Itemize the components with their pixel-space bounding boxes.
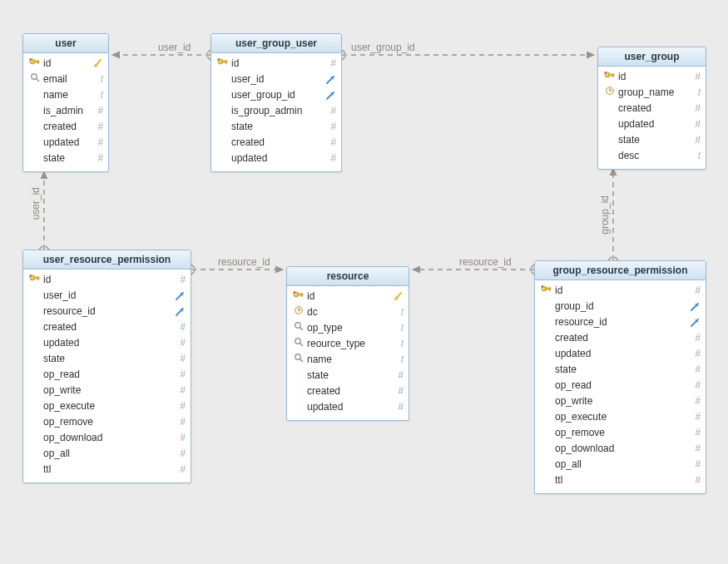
column-row[interactable]: group_id [540,299,701,314]
column-row[interactable]: updated# [292,399,404,415]
entity-columns: xid#group_nametcreated#updated#state#des… [598,67,706,169]
type-text-icon: t [92,72,103,87]
column-row[interactable]: op_all# [540,457,701,472]
type-number-icon: # [689,346,701,362]
entity-header[interactable]: user_group [598,47,706,67]
foreign-key-icon [174,306,186,317]
column-row[interactable]: group_namet [603,85,701,101]
entity-header[interactable]: group_resource_permission [535,261,706,280]
entity-header[interactable]: resource [287,267,409,286]
column-row[interactable]: reource_typet [292,336,404,352]
column-row[interactable]: created# [603,101,701,116]
entity-resource[interactable]: resource xiddctop_typetreource_typetname… [286,266,409,421]
column-row[interactable]: xid# [603,69,701,85]
column-row[interactable]: created# [28,319,186,335]
type-number-icon: # [324,103,336,119]
column-row[interactable]: xid# [28,272,186,288]
column-row[interactable]: user_id [28,288,186,304]
column-row[interactable]: op_remove# [540,425,701,441]
column-name: is_admin [42,103,92,119]
column-row[interactable]: op_execute# [28,398,186,414]
column-row[interactable]: created# [28,119,103,135]
type-text-icon: t [92,87,103,103]
column-row[interactable]: namet [28,87,103,103]
column-name: name [305,352,392,368]
column-row[interactable]: is_admin# [28,103,103,119]
entity-user-resource-permission[interactable]: user_resource_permission xid#user_idreso… [22,250,191,483]
svg-line-14 [36,78,38,81]
column-row[interactable]: state# [540,362,701,378]
type-text-icon: t [392,336,404,352]
column-row[interactable]: xid# [540,283,701,299]
column-name: state [42,351,174,367]
column-row[interactable]: created# [292,383,404,399]
type-number-icon: # [174,319,186,335]
column-row[interactable]: op_download# [540,441,701,457]
column-row[interactable]: emailt [28,72,103,87]
column-row[interactable]: op_execute# [540,409,701,425]
relationship-label: user_id [30,187,42,220]
column-row[interactable]: state# [216,119,336,135]
entity-header[interactable]: user_group_user [211,34,341,53]
column-name: created [553,330,689,346]
entity-user-group-user[interactable]: user_group_user xid#user_iduser_group_id… [210,33,342,172]
column-row[interactable]: xid [28,56,103,72]
column-row[interactable]: namet [292,352,404,368]
index-icon [294,320,304,336]
column-row[interactable]: resource_id [28,304,186,319]
column-name: updated [42,335,174,351]
column-row[interactable]: state# [292,368,404,383]
column-row[interactable]: updated# [216,151,336,166]
column-name: id [42,272,174,288]
column-row[interactable]: xid# [216,56,336,72]
column-name: op_remove [42,414,174,430]
column-name: email [42,72,92,87]
column-row[interactable]: xid [292,289,404,304]
entity-header[interactable]: user [23,34,108,53]
type-number-icon: # [92,135,103,151]
column-row[interactable]: op_typet [292,320,404,336]
column-row[interactable]: created# [216,135,336,151]
column-row[interactable]: user_id [216,72,336,87]
relationship-label: user_group_id [351,42,415,53]
column-row[interactable]: updated# [540,346,701,362]
column-name: updated [42,135,92,151]
column-row[interactable]: updated# [28,135,103,151]
column-row[interactable]: state# [28,151,103,166]
column-row[interactable]: ttl# [540,472,701,488]
column-row[interactable]: updated# [603,116,701,132]
column-row[interactable]: op_write# [540,393,701,409]
type-number-icon: # [689,472,701,488]
column-row[interactable]: user_group_id [216,87,336,103]
entity-user-group[interactable]: user_group xid#group_nametcreated#update… [597,47,706,170]
column-row[interactable]: op_read# [540,378,701,393]
entity-header[interactable]: user_resource_permission [23,250,191,270]
primary-key-icon: x [541,283,552,299]
clock-icon [605,85,615,101]
column-name: op_write [553,393,689,409]
type-number-icon: # [174,367,186,383]
column-name: group_name [617,85,689,101]
svg-rect-44 [301,294,302,296]
column-name: user_id [230,72,324,87]
column-row[interactable]: state# [28,351,186,367]
type-number-icon: # [174,335,186,351]
column-row[interactable]: state# [603,132,701,148]
column-row[interactable]: op_remove# [28,414,186,430]
column-row[interactable]: resource_id [540,314,701,330]
column-row[interactable]: updated# [28,335,186,351]
column-row[interactable]: desct [603,148,701,164]
column-row[interactable]: dct [292,304,404,320]
column-row[interactable]: is_group_admin# [216,103,336,119]
entity-group-resource-permission[interactable]: group_resource_permission xid#group_idre… [534,260,706,494]
column-row[interactable]: created# [540,330,701,346]
column-name: desc [617,148,689,164]
column-row[interactable]: op_read# [28,367,186,383]
column-name: op_download [42,430,174,446]
column-row[interactable]: op_download# [28,430,186,446]
column-name: id [42,56,92,72]
entity-user[interactable]: user xidemailtnametis_admin#created#upda… [22,33,109,172]
column-row[interactable]: ttl# [28,462,186,477]
column-row[interactable]: op_write# [28,383,186,398]
column-row[interactable]: op_all# [28,446,186,462]
